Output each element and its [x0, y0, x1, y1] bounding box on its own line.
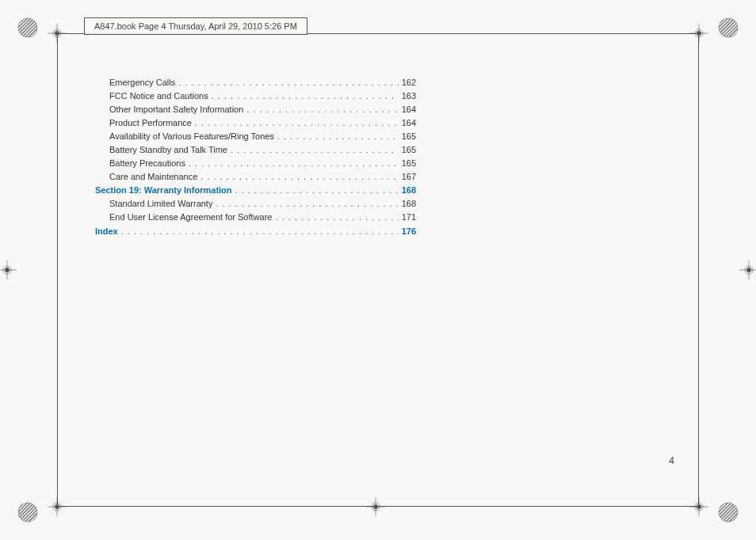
toc-entry-page: 165 — [399, 157, 416, 170]
table-of-contents: Emergency Calls. . . . . . . . . . . . .… — [95, 76, 416, 238]
svg-point-20 — [697, 504, 701, 509]
toc-entry-page: 163 — [399, 89, 416, 103]
header-text: A847.book Page 4 Thursday, April 29, 201… — [94, 21, 297, 31]
crop-mark-icon — [366, 497, 385, 516]
toc-entry-row: Emergency Calls. . . . . . . . . . . . .… — [95, 76, 416, 89]
toc-entry-row: FCC Notice and Cautions. . . . . . . . .… — [95, 89, 416, 103]
toc-entry-page: 164 — [399, 116, 416, 130]
page-number: 4 — [669, 455, 674, 466]
toc-entry-page: 167 — [399, 170, 416, 184]
registration-mark-icon — [17, 502, 38, 523]
registration-mark-icon — [718, 502, 739, 523]
toc-entry-label: Care and Maintenance — [109, 170, 200, 184]
toc-entry-page: 162 — [399, 76, 416, 89]
toc-section-row: Index. . . . . . . . . . . . . . . . . .… — [95, 225, 416, 238]
toc-entry-label: Product Performance — [109, 116, 195, 130]
toc-entry-label: Emergency Calls — [109, 76, 178, 89]
crop-mark-icon — [48, 497, 67, 516]
toc-entry-label: End User License Agreement for Software — [109, 211, 275, 224]
toc-entry-page: 176 — [399, 225, 416, 238]
toc-leader-dots: . . . . . . . . . . . . . . . . . . . . … — [277, 130, 399, 143]
toc-entry-page: 171 — [399, 211, 416, 224]
toc-entry-row: Battery Precautions. . . . . . . . . . .… — [95, 157, 416, 170]
crop-mark-icon — [739, 260, 756, 280]
toc-entry-label: Other Important Safety Information — [109, 103, 246, 116]
crop-mark-icon — [689, 497, 708, 516]
toc-entry-row: Other Important Safety Information. . . … — [95, 103, 416, 116]
trim-line-right — [698, 33, 699, 507]
svg-point-32 — [373, 504, 378, 509]
toc-leader-dots: . . . . . . . . . . . . . . . . . . . . … — [121, 225, 399, 238]
toc-entry-page: 165 — [399, 143, 416, 157]
svg-point-1 — [18, 18, 37, 37]
toc-leader-dots: . . . . . . . . . . . . . . . . . . . . … — [189, 157, 399, 170]
toc-leader-dots: . . . . . . . . . . . . . . . . . . . . … — [200, 170, 398, 184]
svg-point-3 — [18, 503, 37, 522]
toc-entry-label: FCC Notice and Cautions — [109, 89, 212, 103]
toc-leader-dots: . . . . . . . . . . . . . . . . . . . . … — [235, 184, 399, 197]
crop-mark-icon — [689, 24, 708, 43]
toc-entry-label: Availability of Various Features/Ring To… — [109, 130, 277, 143]
svg-point-4 — [719, 503, 738, 522]
page-header: A847.book Page 4 Thursday, April 29, 201… — [84, 17, 307, 35]
toc-leader-dots: . . . . . . . . . . . . . . . . . . . . … — [216, 197, 398, 211]
toc-entry-row: Availability of Various Features/Ring To… — [95, 130, 416, 143]
toc-leader-dots: . . . . . . . . . . . . . . . . . . . . … — [275, 211, 398, 224]
toc-entry-label: Index — [95, 225, 121, 238]
toc-entry-label: Battery Precautions — [109, 157, 189, 170]
svg-point-24 — [5, 268, 10, 272]
toc-entry-page: 165 — [399, 130, 416, 143]
svg-point-12 — [697, 31, 701, 36]
toc-entry-label: Battery Standby and Talk Time — [109, 143, 231, 157]
svg-point-16 — [55, 504, 59, 509]
registration-mark-icon — [718, 17, 739, 38]
toc-entry-row: Battery Standby and Talk Time. . . . . .… — [95, 143, 416, 157]
toc-leader-dots: . . . . . . . . . . . . . . . . . . . . … — [212, 89, 399, 103]
toc-entry-label: Section 19: Warranty Information — [95, 184, 235, 197]
registration-mark-icon — [17, 17, 38, 38]
toc-entry-page: 168 — [399, 197, 416, 211]
crop-mark-icon — [0, 260, 17, 280]
svg-point-2 — [719, 18, 738, 37]
toc-entry-row: Standard Limited Warranty. . . . . . . .… — [95, 197, 416, 211]
trim-line-left — [57, 33, 58, 507]
toc-entry-row: End User License Agreement for Software.… — [95, 211, 416, 224]
toc-leader-dots: . . . . . . . . . . . . . . . . . . . . … — [195, 116, 399, 130]
toc-entry-label: Standard Limited Warranty — [109, 197, 216, 211]
toc-leader-dots: . . . . . . . . . . . . . . . . . . . . … — [246, 103, 398, 116]
crop-mark-icon — [48, 24, 67, 43]
toc-section-row: Section 19: Warranty Information. . . . … — [95, 184, 416, 197]
toc-leader-dots: . . . . . . . . . . . . . . . . . . . . … — [178, 76, 399, 89]
toc-entry-row: Product Performance. . . . . . . . . . .… — [95, 116, 416, 130]
svg-point-8 — [55, 31, 59, 36]
toc-entry-page: 164 — [399, 103, 416, 116]
svg-point-28 — [746, 268, 751, 272]
toc-leader-dots: . . . . . . . . . . . . . . . . . . . . … — [231, 143, 399, 157]
toc-entry-row: Care and Maintenance. . . . . . . . . . … — [95, 170, 416, 184]
toc-entry-page: 168 — [399, 184, 416, 197]
